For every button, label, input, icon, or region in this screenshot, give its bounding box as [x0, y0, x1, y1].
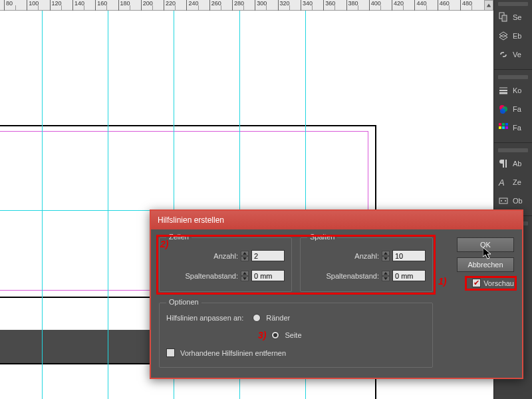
ruler-tick: 420: [392, 0, 404, 11]
svg-rect-13: [505, 123, 508, 126]
ruler-tick: 280: [232, 0, 244, 11]
svg-rect-12: [502, 123, 505, 126]
panel-label: Eb: [513, 32, 521, 40]
dialog-title[interactable]: Hilfslinien erstellen: [151, 211, 522, 229]
svg-point-19: [501, 200, 502, 201]
svg-marker-28: [384, 252, 388, 255]
fit-margins-radio[interactable]: [253, 314, 261, 322]
annotation-2: 2): [160, 239, 168, 249]
dock-separator: [494, 69, 532, 70]
cols-count-input[interactable]: [392, 250, 426, 261]
ok-button[interactable]: OK: [457, 237, 514, 252]
guide-vertical[interactable]: [42, 11, 43, 399]
ruler-tick: 400: [369, 0, 381, 11]
dock-handle[interactable]: [498, 148, 528, 152]
cancel-button[interactable]: Abbrechen: [457, 257, 514, 272]
ruler-tick: 80: [4, 0, 13, 11]
svg-point-20: [505, 200, 506, 201]
rows-legend: Zeilen: [166, 233, 192, 241]
links-icon: [498, 49, 509, 60]
character-icon: A: [498, 177, 509, 188]
ruler-minor-tick: [426, 5, 427, 11]
layers-icon: [498, 31, 509, 41]
cols-count-spinner[interactable]: [382, 251, 390, 261]
ruler-minor-tick: [175, 5, 176, 11]
svg-point-10: [500, 108, 505, 114]
ruler-minor-tick: [152, 5, 153, 11]
ruler-minor-tick: [471, 5, 472, 11]
ruler-minor-tick: [266, 5, 267, 11]
rows-gutter-label: Spaltenabstand:: [175, 272, 238, 280]
ruler-minor-tick: [106, 5, 107, 11]
svg-marker-0: [487, 4, 491, 7]
rows-gutter-spinner[interactable]: [241, 271, 249, 281]
dock-handle[interactable]: [498, 2, 528, 6]
panel-paragraph[interactable]: Ab: [494, 154, 532, 173]
rows-count-spinner[interactable]: [241, 251, 249, 261]
cols-gutter-spinner[interactable]: [382, 271, 390, 281]
columns-group: Spalten Anzahl: Spaltenabstand:: [300, 237, 433, 292]
fit-page-label: Seite: [285, 331, 301, 339]
panel-swatches[interactable]: Fa: [494, 118, 532, 137]
rows-gutter-input[interactable]: [251, 270, 285, 281]
dock-handle[interactable]: [498, 75, 528, 79]
cols-count-label: Anzahl:: [316, 252, 379, 260]
panel-label: Se: [513, 13, 521, 21]
fit-guides-label: Hilfslinien anpassen an:: [166, 314, 243, 322]
ruler-tick: 300: [255, 0, 267, 11]
svg-marker-25: [243, 257, 247, 260]
svg-rect-16: [505, 126, 508, 129]
horizontal-ruler[interactable]: 8010012014016018020022024026028030032034…: [0, 0, 493, 11]
options-group: Optionen Hilfslinien anpassen an: Ränder…: [159, 303, 433, 368]
panel-layers[interactable]: Eb: [494, 27, 532, 45]
ruler-tick: 100: [27, 0, 39, 11]
panel-label: Fa: [513, 124, 521, 132]
cols-gutter-input[interactable]: [392, 270, 426, 281]
panel-label: Fa: [513, 105, 521, 113]
ruler-minor-tick: [61, 5, 62, 11]
svg-marker-29: [384, 257, 388, 260]
ruler-tick: 180: [118, 0, 130, 11]
ruler-minor-tick: [358, 5, 358, 11]
rows-count-input[interactable]: [251, 250, 285, 261]
svg-rect-2: [502, 15, 507, 21]
panel-stroke[interactable]: Ko: [494, 81, 532, 100]
dock-separator: [494, 142, 532, 143]
svg-marker-30: [384, 272, 388, 275]
svg-rect-18: [499, 198, 507, 203]
pages-icon: [498, 12, 509, 23]
guide-vertical[interactable]: [108, 11, 108, 399]
panel-label: Ob: [513, 197, 523, 205]
object-icon: [498, 196, 509, 206]
svg-marker-26: [243, 272, 247, 275]
panel-color[interactable]: Fa: [494, 100, 532, 118]
fit-page-radio[interactable]: [271, 331, 279, 339]
preview-checkbox[interactable]: [472, 279, 481, 287]
ruler-tick: 320: [278, 0, 290, 11]
ruler-minor-tick: [38, 5, 39, 11]
svg-text:A: A: [498, 178, 505, 188]
ruler-minor-tick: [334, 5, 335, 11]
ruler-minor-tick: [243, 5, 244, 11]
ruler-minor-tick: [403, 5, 404, 11]
svg-rect-14: [499, 126, 501, 129]
stroke-icon: [498, 85, 509, 96]
panel-character[interactable]: AZe: [494, 173, 532, 192]
ruler-tick: 340: [301, 0, 313, 11]
panel-pages[interactable]: Se: [494, 8, 532, 27]
svg-rect-11: [499, 123, 501, 126]
ruler-tick: 440: [414, 0, 426, 11]
rows-count-label: Anzahl:: [175, 252, 238, 260]
remove-existing-checkbox[interactable]: [166, 348, 175, 357]
cancel-button-label: Abbrechen: [467, 261, 503, 269]
rows-group: Zeilen Anzahl: Spaltenabstand:: [159, 237, 292, 292]
panel-label: Ve: [513, 51, 521, 59]
ruler-minor-tick: [312, 5, 313, 11]
panel-links[interactable]: Ve: [494, 45, 532, 64]
ruler-scroll-right[interactable]: [484, 0, 493, 11]
preview-label: Vorschau: [483, 279, 514, 287]
panel-object[interactable]: Ob: [494, 192, 532, 210]
options-legend: Optionen: [166, 298, 201, 306]
fit-margins-label: Ränder: [266, 314, 290, 322]
panel-label: Ko: [513, 86, 521, 94]
